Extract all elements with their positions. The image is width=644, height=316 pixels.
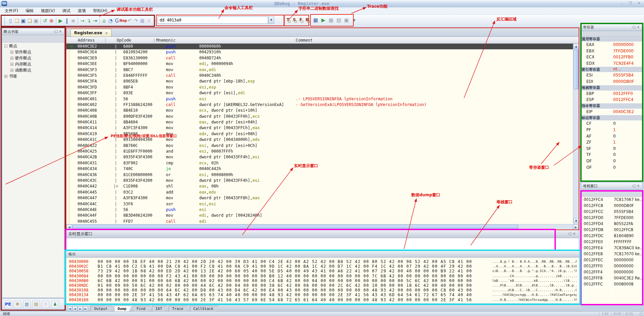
window-control-button[interactable]: ❐ — [627, 1, 633, 6]
window-control-button[interactable]: ✕ — [636, 1, 642, 6]
close-icon[interactable]: × — [636, 184, 641, 188]
hex-dump[interactable]: 00430000 00 00 00 00 38 EF 40 00 21 20 4… — [66, 258, 579, 302]
hex-dump-row[interactable]: 00430084 00 00 00 00 00 00 00 00 F2 43 4… — [66, 274, 579, 278]
menu-item[interactable]: 选项 — [78, 8, 86, 14]
disassembly-row[interactable]: 0040C422 | 8B760C mov esi, dword ptr [es… — [66, 143, 579, 149]
disassembly-row[interactable]: 0040C414 | A3FC3F4300 mov dword ptr [004… — [66, 125, 579, 131]
tab-scroll-button[interactable]: ◀ — [72, 306, 77, 311]
disassembly-row[interactable]: 0040C402 | FF1588624200 call dword ptr [… — [66, 102, 579, 108]
toolbar-button[interactable]: → — [79, 17, 85, 25]
toolbar-button[interactable]: ⌂ — [101, 17, 107, 25]
close-icon[interactable]: × — [58, 30, 63, 34]
close-icon[interactable]: × — [572, 232, 577, 236]
disassembly-row[interactable]: 0040C445 | 03C2 add eax, edx — [66, 190, 579, 195]
trace-button[interactable]: ▦ — [312, 16, 319, 24]
stack-row[interactable]: 0012FFE4 7C839AC0 ke... — [582, 245, 642, 251]
vertical-scrollbar[interactable]: ▲ ▼ — [573, 44, 579, 223]
scroll-up-icon[interactable]: ▲ — [573, 44, 579, 49]
disassembly-row[interactable]: 0040C431 | 83F902 cmp ecx, 02h — [66, 160, 579, 166]
tree-expand-icon[interactable]: - — [4, 45, 7, 48]
toolbar-button[interactable]: ⊞ — [139, 17, 145, 25]
stack-row[interactable]: 0012FFFC 00080008 — [582, 281, 642, 287]
search-type-button[interactable]: T — [285, 16, 291, 24]
register-row[interactable]: SF 0 — [582, 146, 642, 152]
scrollbar-thumb[interactable] — [72, 225, 518, 229]
toolbar-button[interactable]: ↴ — [85, 17, 92, 25]
register-row[interactable]: AF 0 — [582, 134, 642, 140]
tree-item[interactable]: + 软件断点 — [10, 49, 64, 55]
col-opcode[interactable]: OpCode — [117, 38, 131, 43]
disassembly-row[interactable]: 0040C3E9 | E836130000 call 0040D724h — [66, 55, 579, 61]
toolbar-button[interactable]: ↷ — [133, 17, 139, 25]
sidebar-tool-button[interactable]: ♟ — [51, 301, 59, 308]
trace-button[interactable]: ▨ — [336, 16, 342, 24]
disassembly-row[interactable]: 0040C3FA | 8965E8 mov dword ptr [ebp-18h… — [66, 78, 579, 84]
col-address[interactable]: Address — [78, 38, 95, 43]
toolbar-button[interactable]: ▶ — [57, 17, 64, 25]
stack-row[interactable]: 0012FFEC 00000000 — [582, 257, 642, 263]
toolbar-button[interactable]: ◔ — [107, 17, 114, 25]
toolbar-button[interactable]: ‖ — [64, 17, 70, 25]
register-row[interactable]: EAX 00000000 — [582, 42, 642, 48]
toolbar-button[interactable]: G — [114, 17, 120, 25]
stack-row[interactable]: 0012FFE0 FFFFFFFF — [582, 239, 642, 245]
stack-row[interactable]: 0012FFC4 7C817067 ke... — [582, 197, 642, 203]
scroll-left-icon[interactable]: ◀ — [66, 224, 72, 230]
pin-icon[interactable]: -□ — [631, 184, 636, 188]
disassembly-row[interactable]: 0040C3F5 | E846FFFFFF call 0040C340h — [66, 73, 579, 78]
bottom-tab[interactable]: Output — [91, 306, 113, 312]
disassembly-row[interactable]: 0040C455 | FFD7 call edi — [66, 219, 579, 223]
menu-item[interactable]: 视图(V) — [41, 8, 55, 14]
bottom-tab[interactable]: CallStack — [190, 306, 219, 312]
command-input[interactable] — [158, 16, 268, 24]
stack-row[interactable]: 0012FFF8 0040C3E2 Re... — [582, 275, 642, 281]
register-group-header[interactable]: 索引寄存器 — [582, 67, 642, 72]
scroll-down-icon[interactable]: ▼ — [573, 218, 579, 223]
disassembly-row[interactable]: 0040C42B | 8935F43F4300 mov dword ptr [0… — [66, 154, 579, 160]
hex-dump-row[interactable]: 004300B0 6C 6B 42 00 00 01 00 00 60 6B 4… — [66, 278, 579, 283]
disassembly-row[interactable]: 0040C401 | 56 push esi .- LPOSVERSIONINF… — [66, 96, 579, 102]
register-row[interactable]: DF 0 — [582, 158, 642, 165]
toolbar-button[interactable]: ⊗ — [48, 17, 55, 25]
search-type-button[interactable]: F — [298, 16, 303, 24]
register-group-header[interactable]: 通用寄存器 — [582, 36, 642, 42]
disassembly-row[interactable]: 0040C3E4 | 6810934200 push 00429310h — [66, 49, 579, 55]
search-type-button[interactable]: S — [292, 16, 297, 24]
col-mnemonic[interactable]: Mnemonic — [156, 38, 176, 43]
hex-dump-row[interactable]: 00430000 00 00 00 00 38 EF 40 00 21 20 4… — [66, 259, 579, 264]
stack-row[interactable]: 0012FFE8 7C817070 ke... — [582, 251, 642, 257]
toolbar-button[interactable]: Nop — [120, 17, 126, 25]
register-row[interactable]: TF 0 — [582, 152, 642, 158]
toolbar-button[interactable]: ▣ — [33, 17, 39, 25]
register-row[interactable]: EDX 7C92E4F4 nt... — [582, 61, 642, 67]
trace-button[interactable]: ▶ — [320, 16, 327, 24]
tree-expand-icon[interactable]: + — [10, 63, 13, 66]
toolbar-button[interactable]: ↶ — [126, 17, 133, 25]
toolbar-button[interactable] — [55, 17, 57, 25]
toolbar-button[interactable]: ▣ — [20, 17, 26, 25]
toolbar-button[interactable]: ⇥ — [92, 17, 98, 25]
toolbar-button[interactable] — [39, 17, 42, 25]
scroll-right-icon[interactable]: ▶ — [573, 224, 579, 230]
tree-item[interactable]: + 内存断点 — [10, 61, 64, 67]
stack-row[interactable]: 0012FFF4 00000000 — [582, 269, 642, 275]
register-row[interactable]: OF 0 — [582, 165, 642, 171]
disassembly-row[interactable]: 0040C44E | 56 push esi — [66, 207, 579, 213]
scrollbar-thumb[interactable] — [574, 50, 579, 89]
hex-dump-row[interactable]: 004300DC 01 00 00 00 50 6C 42 00 02 00 0… — [66, 283, 579, 288]
tab-scroll-button[interactable]: |◀ — [67, 306, 72, 311]
sidebar-tool-button[interactable]: ▥ — [23, 301, 31, 308]
menu-item[interactable]: 调试 — [62, 8, 70, 14]
toolbar-button[interactable]: ❏ — [26, 17, 33, 25]
disassembly-row[interactable]: 0040C411 | 8B4604 mov eax, dword ptr [es… — [66, 119, 579, 125]
stack-row[interactable]: 0012FFCC 0555F5B4 — [582, 209, 642, 215]
hex-dump-row[interactable]: 00430160 00 00 00 00 48 93 42 00 00 00 0… — [66, 298, 579, 302]
disassembly-row[interactable]: 0040C436 | 81CE00800000 or esi, 00008000… — [66, 172, 579, 178]
stack-row[interactable]: 0012FFC8 0000DB0F — [582, 203, 642, 209]
stack-row[interactable]: 0012FFDC 81604B90 — [582, 233, 642, 239]
disassembly-row[interactable]: 0040C3EE | BF94000000 mov edi, 00000094h — [66, 61, 579, 67]
register-row[interactable]: EIP 0040C3E2 — [582, 109, 642, 115]
tab-close-icon[interactable]: × — [105, 31, 108, 35]
disassembly-row[interactable]: 0040C408 | 8B4E10 mov ecx, dword ptr [es… — [66, 108, 579, 113]
trace-button[interactable]: ▾ — [351, 16, 357, 24]
